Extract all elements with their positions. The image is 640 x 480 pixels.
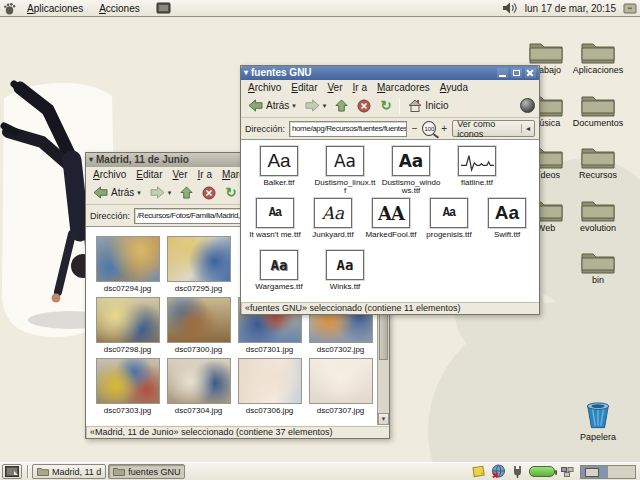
scrollbar-track[interactable]: [378, 361, 389, 413]
font-file[interactable]: AaSwift.ttf: [478, 198, 536, 250]
status-text: «fuentes GNU» seleccionado (contiene 11 …: [245, 303, 460, 313]
home-button[interactable]: Inicio: [405, 98, 451, 113]
desktop-icon-documentos[interactable]: Documentos: [566, 91, 630, 128]
font-file[interactable]: AaDustismo_windows.ttf: [378, 146, 444, 198]
forward-dropdown-icon[interactable]: ▾: [323, 102, 327, 110]
photo-item[interactable]: dsc07300.jpg: [163, 297, 234, 358]
madrid-statusbar: «Madrid, 11 de Junio» seleccionado (cont…: [86, 425, 389, 438]
folder-icon: [581, 143, 615, 169]
status-text: «Madrid, 11 de Junio» seleccionado (cont…: [90, 427, 333, 437]
font-preview-glyph: Aa: [399, 151, 424, 171]
menu-marcadores[interactable]: Marcadores: [372, 82, 435, 93]
font-file[interactable]: AaWinks.ttf: [312, 250, 378, 301]
workspace-1[interactable]: [581, 466, 608, 478]
font-file[interactable]: AaDustismo_linux.ttf: [312, 146, 378, 198]
menu-editar[interactable]: Editar: [286, 82, 322, 93]
desktop-icon-recursos[interactable]: Recursos: [566, 143, 630, 180]
reload-button[interactable]: ↻: [377, 98, 394, 113]
taskbar-button-fuentes[interactable]: fuentes GNU: [108, 464, 185, 479]
gnome-foot-icon[interactable]: [0, 2, 19, 15]
folder-icon: [581, 91, 615, 117]
up-button[interactable]: [177, 185, 196, 200]
forward-button[interactable]: ▾: [147, 185, 175, 200]
sticky-note-icon[interactable]: [472, 465, 485, 478]
forward-button[interactable]: ▾: [302, 98, 330, 113]
back-dropdown-icon[interactable]: ▾: [292, 102, 296, 110]
back-button[interactable]: Atrás ▾: [90, 185, 144, 200]
menu-ver[interactable]: Ver: [322, 82, 347, 93]
taskbar-button-madrid[interactable]: Madrid, 11 d: [32, 464, 106, 479]
stop-button[interactable]: [354, 98, 374, 114]
folder-icon: [113, 467, 125, 476]
menu-aplicaciones[interactable]: Aplicaciones: [19, 3, 91, 14]
photo-thumbnail: [96, 358, 160, 404]
photo-item[interactable]: dsc07307.jpg: [305, 358, 376, 419]
font-file[interactable]: AaBalker.ttf: [246, 146, 312, 198]
terminal-launcher-icon[interactable]: [156, 2, 171, 15]
photo-item[interactable]: dsc07294.jpg: [92, 236, 163, 297]
volume-icon[interactable]: [502, 2, 518, 14]
menu-archivo[interactable]: Archivo: [88, 169, 131, 180]
window-menu-icon[interactable]: ▾: [89, 153, 93, 167]
photo-item[interactable]: dsc07303.jpg: [92, 358, 163, 419]
clock-applet[interactable]: lun 17 de mar, 20:15: [523, 3, 618, 14]
window-selector-icon[interactable]: [561, 467, 574, 477]
zoom-out-button[interactable]: −: [411, 124, 419, 134]
power-plug-icon[interactable]: [512, 465, 523, 479]
reload-button[interactable]: ↻: [222, 185, 239, 200]
desktop-icon-trash[interactable]: Papelera: [566, 400, 630, 442]
photo-item[interactable]: dsc07304.jpg: [163, 358, 234, 419]
menu-ayuda[interactable]: Ayuda: [435, 82, 473, 93]
minimize-button[interactable]: [497, 68, 508, 78]
folder-icon: [581, 38, 615, 64]
view-mode-dropdown[interactable]: Ver como iconos ◂: [452, 120, 535, 137]
fuentes-window-title: fuentes GNU: [251, 66, 312, 80]
menu-editar[interactable]: Editar: [131, 169, 167, 180]
fuentes-window: ▾ fuentes GNU Archivo Editar Ver Ir a Ma…: [240, 65, 540, 315]
photo-item[interactable]: dsc07298.jpg: [92, 297, 163, 358]
drawer-icon[interactable]: [623, 2, 637, 14]
maximize-button[interactable]: [511, 68, 522, 78]
font-file[interactable]: AaJunkyard.ttf: [304, 198, 362, 250]
menu-ver[interactable]: Ver: [167, 169, 192, 180]
up-arrow-icon: [180, 186, 193, 199]
close-button[interactable]: [525, 68, 536, 78]
scroll-down-arrow[interactable]: ▼: [378, 413, 389, 425]
show-desktop-button[interactable]: [2, 464, 22, 479]
zoom-in-button[interactable]: +: [440, 124, 448, 134]
photo-item[interactable]: dsc07306.jpg: [234, 358, 305, 419]
workspace-switcher: [580, 465, 636, 479]
menu-ira[interactable]: Ir a: [193, 169, 217, 180]
font-preview-glyph: Aa: [269, 206, 281, 220]
folder-icon: [581, 248, 615, 274]
taskbar-button-label: Madrid, 11 d: [52, 467, 101, 477]
zoom-level-indicator[interactable]: 100: [422, 121, 436, 136]
desktop-icon-evolution[interactable]: evolution: [566, 196, 630, 233]
stop-button[interactable]: [199, 185, 219, 201]
network-offline-icon[interactable]: [491, 464, 506, 479]
back-button[interactable]: Atrás ▾: [245, 98, 299, 113]
back-dropdown-icon[interactable]: ▾: [137, 189, 141, 197]
photo-item[interactable]: dsc07295.jpg: [163, 236, 234, 297]
font-file[interactable]: flatline.ttf: [444, 146, 510, 198]
window-menu-icon[interactable]: ▾: [244, 66, 248, 80]
font-file[interactable]: AaIt wasn't me.ttf: [246, 198, 304, 250]
desktop-icon-aplicaciones[interactable]: Aplicaciones: [566, 38, 630, 75]
up-button[interactable]: [332, 98, 351, 113]
menu-acciones[interactable]: Acciones: [91, 3, 148, 14]
fuentes-titlebar[interactable]: ▾ fuentes GNU: [241, 66, 539, 80]
desktop-icon-label: Documentos: [573, 118, 624, 128]
desktop-icon-bin[interactable]: bin: [566, 248, 630, 285]
menu-ira[interactable]: Ir a: [348, 82, 372, 93]
battery-indicator[interactable]: [529, 466, 555, 477]
font-preview-glyph: Aa: [443, 206, 455, 220]
location-input[interactable]: home/apg/Recursos/fuentes/fuentes GNU: [289, 121, 407, 137]
font-file[interactable]: AAMarkedFool.ttf: [362, 198, 420, 250]
font-file[interactable]: Aaprogenisis.ttf: [420, 198, 478, 250]
forward-dropdown-icon[interactable]: ▾: [168, 189, 172, 197]
menu-archivo[interactable]: Archivo: [243, 82, 286, 93]
trash-icon: [584, 400, 612, 431]
font-file[interactable]: AaWargames.ttf: [246, 250, 312, 301]
photo-thumbnail: [309, 358, 373, 404]
workspace-2[interactable]: [608, 466, 635, 478]
